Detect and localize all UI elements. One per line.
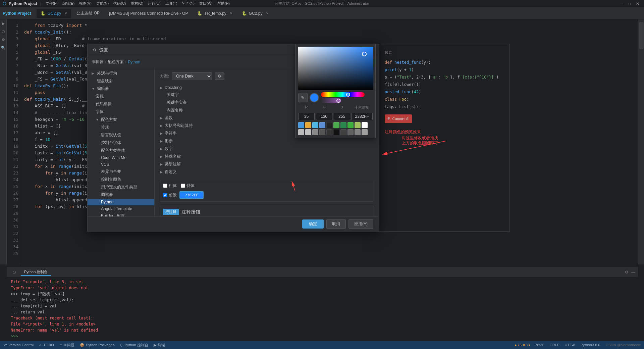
status-crlf[interactable]: CRLF <box>550 343 559 347</box>
italic-checkbox-label[interactable]: 斜体 <box>181 183 195 189</box>
swatch-green2[interactable] <box>347 122 354 128</box>
tree-item-user-files[interactable]: 用户定义的文件类型 <box>88 183 154 191</box>
nav-tab-set-temp[interactable]: 🐍 set_temp.py ✕ <box>193 9 236 18</box>
swatch-gray[interactable] <box>312 129 318 135</box>
swatch-lightgray[interactable] <box>298 129 304 135</box>
b-input[interactable] <box>334 113 350 120</box>
italic-checkbox[interactable] <box>181 184 185 188</box>
swatch-white[interactable] <box>362 122 368 128</box>
line-comment-btn[interactable]: 行注释 <box>163 209 179 215</box>
terminal-tab-console[interactable]: Python 控制台 <box>21 269 51 276</box>
close-tab-gc2b[interactable]: ✕ <box>266 11 269 15</box>
section-special-names[interactable]: ▶ 特殊名称 <box>160 153 373 160</box>
section-params[interactable]: ▶ 形参 <box>160 137 373 145</box>
close-button[interactable]: ✕ <box>634 1 641 6</box>
tree-item-editor[interactable]: ▼ 编辑器 <box>88 85 154 93</box>
swatch-black[interactable] <box>326 122 332 128</box>
menu-tools[interactable]: 工具(T) <box>163 0 179 7</box>
settings-icon[interactable]: ⚙ <box>625 270 629 275</box>
swatch-lightblue[interactable] <box>312 122 318 128</box>
tree-item-diff[interactable]: 差异与合并 <box>88 168 154 176</box>
menu-code[interactable]: 代码(C) <box>111 0 128 7</box>
color-box[interactable]: 2382FF <box>179 191 204 199</box>
menu-edit[interactable]: 编辑(E) <box>60 0 77 7</box>
tree-item-scheme-font[interactable]: 配色方案字体 <box>88 147 154 154</box>
scheme-select[interactable]: One Dark <box>172 72 212 80</box>
swatch-yellowgreen[interactable] <box>355 122 361 128</box>
menu-file[interactable]: 文件(F) <box>44 0 60 7</box>
menu-navigate[interactable]: 导航(N) <box>94 0 111 7</box>
tree-item-color-scheme[interactable]: ▼ 配色方案 <box>88 116 154 123</box>
foreground-checkbox-label[interactable]: 前景 <box>163 192 177 198</box>
sidebar-icon-4[interactable]: 🔍 <box>1 45 6 50</box>
foreground-checkbox[interactable] <box>163 193 167 197</box>
swatch-darker[interactable] <box>326 129 332 135</box>
tree-item-scheme-general[interactable]: 常规 <box>88 123 154 131</box>
tree-item-general[interactable]: 常规 <box>88 93 154 100</box>
menu-help[interactable]: 帮助(H) <box>215 0 232 7</box>
sidebar-icon-1[interactable]: ▶ <box>1 21 6 26</box>
nav-tab-git[interactable]: 公主连结 OP <box>72 9 104 18</box>
hex-input[interactable] <box>352 113 373 120</box>
status-python-console[interactable]: ⬡ Python 控制台 <box>120 343 148 348</box>
swatch-blue[interactable] <box>298 122 304 128</box>
swatch-indigo[interactable] <box>319 122 325 128</box>
status-encoding[interactable]: UTF-8 <box>565 343 575 347</box>
color-gradient-area[interactable] <box>298 47 373 90</box>
menu-refactor[interactable]: 重构(O) <box>129 0 146 7</box>
swatch-d1[interactable] <box>340 129 346 135</box>
status-todo[interactable]: ✓ TODO <box>39 343 54 347</box>
nav-tab-gc2b[interactable]: 🐍 GC2.py ✕ <box>238 9 273 18</box>
bold-checkbox-label[interactable]: 粗体 <box>163 183 177 189</box>
swatch-silver[interactable] <box>305 129 311 135</box>
tree-item-code-editing[interactable]: 代码编辑 <box>88 100 154 108</box>
tree-item-python[interactable]: Python <box>88 199 154 205</box>
r-input[interactable] <box>298 113 315 120</box>
minus-icon[interactable]: — <box>631 270 635 275</box>
swatch-darkest[interactable] <box>333 129 339 135</box>
swatch-d3[interactable] <box>355 129 361 135</box>
ok-button[interactable]: 确定 <box>302 219 324 229</box>
tree-item-lang-default[interactable]: 语言默认值 <box>88 131 154 139</box>
menu-vcs[interactable]: VCS(S) <box>180 0 197 7</box>
swatch-d4[interactable] <box>362 129 368 135</box>
menu-view[interactable]: 视图(V) <box>77 0 94 7</box>
section-numbers[interactable]: ▶ 数字 <box>160 145 373 153</box>
cancel-button[interactable]: 取消 <box>326 219 346 229</box>
menu-run[interactable]: 运行(U) <box>146 0 162 7</box>
g-input[interactable] <box>316 113 332 120</box>
tree-item-font[interactable]: 字体 <box>88 108 154 116</box>
sidebar-icon-3[interactable]: ⚙ <box>1 37 6 42</box>
section-custom[interactable]: ▶ 自定义 <box>160 168 373 176</box>
swatch-darkgreen[interactable] <box>340 122 346 128</box>
tree-item-code-with-me[interactable]: Code With Me <box>88 154 154 161</box>
tree-item-console-font[interactable]: 控制台字体 <box>88 139 154 147</box>
tree-item-angular[interactable]: Angular Template <box>88 205 154 212</box>
tree-item-appearance[interactable]: ▶ 外观与行为 <box>88 69 154 77</box>
scrollbar[interactable] <box>639 22 644 49</box>
swatch-darkgray[interactable] <box>319 129 325 135</box>
nav-tab-gc2[interactable]: 🐍 GC2.py ✕ <box>37 9 71 18</box>
scheme-settings-btn[interactable]: ⚙ <box>215 72 224 80</box>
current-color-circle[interactable] <box>310 93 319 102</box>
sidebar-icon-2[interactable]: ⬡ <box>1 29 6 34</box>
apply-button[interactable]: 应用(A) <box>348 219 373 229</box>
hue-slider[interactable] <box>321 92 365 97</box>
nav-tab-dmmsub[interactable]: [DMMSUB] Princess Connect! Re-Dive - OP <box>105 9 192 18</box>
status-terminal[interactable]: ▶ 终端 <box>154 343 165 348</box>
opacity-slider[interactable] <box>321 98 341 103</box>
status-version-control[interactable]: ⎇ Version Control <box>3 343 34 347</box>
minimize-button[interactable]: ─ <box>618 1 625 6</box>
section-type-hints[interactable]: ▶ 类型注解 <box>160 160 373 168</box>
tree-item-keymap[interactable]: 键盘映射 <box>88 77 154 85</box>
status-python-packages[interactable]: 📦 Python Packages <box>80 343 115 347</box>
tree-item-console-color[interactable]: 控制台颜色 <box>88 176 154 183</box>
maximize-button[interactable]: □ <box>626 1 633 6</box>
tree-item-vcs[interactable]: VCS <box>88 161 154 168</box>
tree-item-debugger[interactable]: 调试器 <box>88 191 154 199</box>
bold-checkbox[interactable] <box>163 184 167 188</box>
status-problems[interactable]: ⚠ 0 问题 <box>59 343 74 348</box>
swatch-orange[interactable] <box>305 122 311 128</box>
close-tab-gc2[interactable]: ✕ <box>64 11 67 15</box>
eyedropper-button[interactable]: ✎ <box>298 93 308 102</box>
